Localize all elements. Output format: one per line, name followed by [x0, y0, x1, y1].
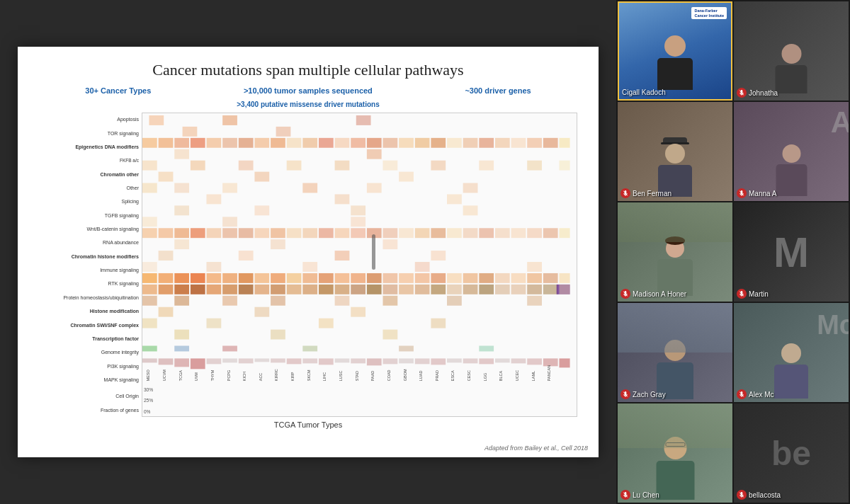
participant-tile-luchen[interactable]: Lu Chen — [618, 403, 732, 503]
svg-rect-19 — [367, 138, 382, 148]
svg-rect-175 — [142, 345, 157, 351]
svg-rect-201 — [463, 358, 478, 363]
participant-tile-cigall[interactable]: Dana-FarberCancer Institute Cigall Kadoc… — [618, 1, 732, 101]
participant-tile-benferman[interactable]: Ben Ferman — [618, 102, 732, 201]
svg-rect-56 — [174, 205, 189, 215]
svg-rect-67 — [207, 228, 222, 238]
row-label-tor: TOR signaling — [39, 131, 139, 136]
slide-stats: 30+ Cancer Types >10,000 tumor samples s… — [39, 86, 577, 95]
bellacosta-mute-icon — [737, 490, 747, 500]
row-label-rna: RNA abundance — [39, 240, 139, 245]
svg-rect-123 — [479, 273, 494, 283]
svg-rect-168 — [142, 319, 157, 328]
svg-text:CESC: CESC — [467, 370, 471, 381]
participant-tile-martin[interactable]: M Martin — [734, 202, 849, 302]
svg-rect-92 — [383, 239, 398, 249]
svg-rect-141 — [335, 285, 350, 294]
svg-text:UVM: UVM — [194, 372, 198, 381]
benferman-mute-icon — [620, 188, 630, 198]
row-label-mapk: MAPK signaling — [39, 377, 139, 382]
svg-rect-47 — [142, 183, 157, 193]
svg-text:STAD: STAD — [355, 371, 359, 381]
svg-rect-147 — [431, 285, 446, 294]
svg-text:KIRRC: KIRRC — [275, 369, 279, 381]
svg-rect-85 — [495, 228, 510, 238]
svg-rect-136 — [254, 285, 269, 294]
svg-rect-52 — [463, 183, 478, 193]
svg-rect-146 — [415, 285, 430, 294]
row-label-pi3k: PI3K signaling — [39, 364, 139, 369]
svg-rect-41 — [479, 161, 494, 171]
martin-name: Martin — [749, 290, 769, 298]
svg-text:0%: 0% — [144, 409, 151, 414]
svg-rect-11 — [239, 138, 254, 148]
participant-tile-manna[interactable]: A Manna A — [734, 102, 849, 201]
svg-rect-94 — [239, 251, 254, 260]
svg-rect-62 — [351, 217, 366, 227]
row-label-fraction: Fraction of genes — [39, 408, 139, 413]
participants-sidebar: Dana-FarberCancer Institute Cigall Kadoc… — [616, 0, 850, 504]
svg-rect-186 — [222, 358, 237, 362]
svg-rect-46 — [399, 172, 414, 182]
svg-rect-129 — [142, 285, 157, 294]
svg-rect-23 — [431, 138, 446, 148]
svg-rect-176 — [174, 345, 189, 351]
svg-rect-107 — [222, 273, 237, 283]
svg-rect-10 — [222, 138, 237, 148]
svg-rect-127 — [543, 273, 558, 283]
benferman-name: Ben Ferman — [633, 190, 672, 197]
svg-rect-161 — [335, 296, 350, 306]
svg-text:GBOM: GBOM — [403, 370, 407, 382]
svg-text:ACC: ACC — [259, 373, 263, 382]
svg-rect-192 — [319, 358, 334, 365]
svg-rect-108 — [239, 273, 254, 283]
svg-rect-195 — [367, 358, 382, 365]
svg-rect-59 — [463, 205, 478, 215]
svg-rect-97 — [142, 262, 157, 272]
svg-rect-143 — [367, 285, 382, 294]
johnatha-mute-icon — [737, 88, 747, 98]
svg-rect-84 — [479, 228, 494, 238]
svg-rect-140 — [319, 285, 334, 294]
svg-rect-180 — [479, 345, 494, 351]
svg-rect-154 — [543, 285, 558, 294]
madison-name: Madison A Honer — [633, 290, 686, 298]
svg-rect-144 — [383, 285, 398, 294]
svg-rect-16 — [319, 138, 334, 148]
scrollbar[interactable] — [372, 234, 375, 270]
svg-rect-17 — [335, 138, 350, 148]
svg-rect-204 — [511, 358, 526, 363]
svg-rect-96 — [431, 251, 446, 260]
svg-rect-197 — [399, 358, 414, 363]
johnatha-name-area: Johnatha — [737, 88, 778, 98]
svg-rect-103 — [159, 273, 174, 283]
participant-tile-zach[interactable]: Zach Gray — [618, 303, 732, 402]
svg-rect-159 — [222, 296, 237, 306]
alex-mute-icon — [737, 389, 747, 399]
svg-rect-156 — [559, 285, 570, 294]
participant-tile-bellacosta[interactable]: be bellacosta — [734, 403, 849, 503]
participant-tile-madison[interactable]: Madison A Honer — [618, 202, 732, 302]
participant-tile-johnatha[interactable]: Johnatha — [734, 1, 849, 101]
svg-rect-187 — [239, 358, 254, 363]
svg-rect-194 — [351, 358, 366, 363]
svg-text:PANCAN: PANCAN — [547, 365, 551, 382]
svg-rect-31 — [559, 138, 570, 148]
svg-text:PAAD: PAAD — [370, 371, 375, 382]
svg-rect-44 — [159, 172, 174, 182]
svg-rect-205 — [527, 358, 542, 365]
row-label-fkfb: FKFB a/c — [39, 158, 139, 163]
svg-rect-119 — [415, 273, 430, 283]
svg-rect-98 — [207, 262, 222, 272]
slide-title: Cancer mutations span multiple cellular … — [39, 61, 577, 79]
svg-rect-112 — [302, 273, 317, 283]
svg-rect-18 — [351, 138, 366, 148]
svg-rect-134 — [222, 285, 237, 294]
zach-mute-icon — [620, 389, 630, 399]
participant-tile-alex[interactable]: Mc Alex Mc — [734, 303, 849, 402]
svg-rect-88 — [543, 228, 558, 238]
svg-rect-182 — [159, 358, 174, 365]
svg-rect-185 — [207, 358, 222, 364]
svg-rect-132 — [191, 285, 205, 294]
svg-rect-64 — [159, 228, 174, 238]
